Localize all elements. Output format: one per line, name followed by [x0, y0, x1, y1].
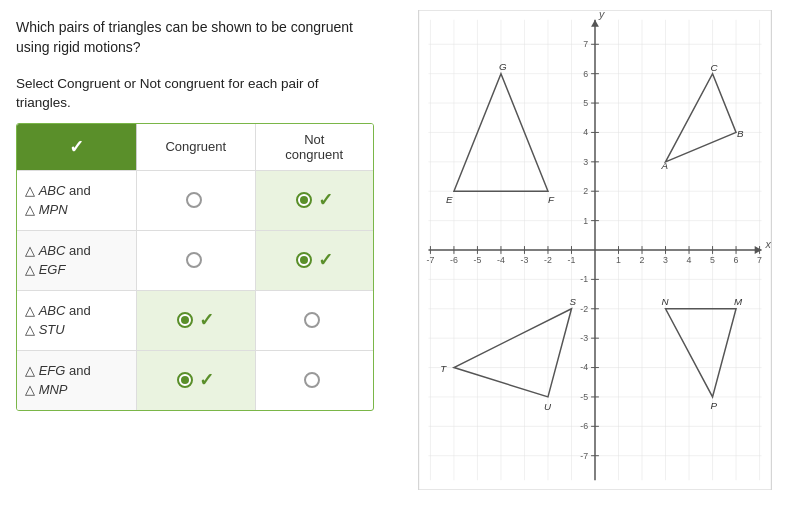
svg-text:4: 4 [687, 255, 692, 265]
svg-text:-6: -6 [580, 421, 588, 431]
check-icon: ✓ [199, 369, 214, 391]
label-B: B [737, 128, 744, 139]
svg-text:5: 5 [710, 255, 715, 265]
svg-text:3: 3 [663, 255, 668, 265]
header-check-cell: ✓ [17, 124, 137, 170]
radio-filled-icon [296, 192, 312, 208]
svg-text:-4: -4 [580, 362, 588, 372]
svg-text:6: 6 [734, 255, 739, 265]
label-E: E [446, 194, 453, 205]
row2-congruent-radio[interactable] [137, 231, 256, 290]
row3-congruent-radio[interactable]: ✓ [137, 291, 256, 350]
label-T: T [440, 363, 447, 374]
svg-text:-2: -2 [580, 304, 588, 314]
svg-text:2: 2 [583, 186, 588, 196]
svg-text:-2: -2 [544, 255, 552, 265]
svg-text:7: 7 [583, 39, 588, 49]
row4-label: △ EFG and △ MNP [17, 351, 137, 410]
row4-not-congruent-radio[interactable] [256, 351, 374, 410]
radio-empty-icon [304, 372, 320, 388]
svg-text:5: 5 [583, 98, 588, 108]
label-G: G [499, 61, 507, 72]
radio-empty-icon [304, 312, 320, 328]
header-checkmark-icon: ✓ [69, 136, 84, 158]
svg-text:x: x [764, 238, 771, 250]
radio-filled-icon [296, 252, 312, 268]
svg-text:-3: -3 [580, 333, 588, 343]
check-icon: ✓ [318, 189, 333, 211]
coord-plane-svg: -1 -2 -3 -4 -5 -6 -7 1 2 3 4 5 6 7 1 2 3… [415, 10, 775, 490]
svg-text:-7: -7 [427, 255, 435, 265]
svg-text:-7: -7 [580, 451, 588, 461]
instruction-text: Select Congruent or Not congruent for ea… [16, 75, 374, 113]
left-panel: Which pairs of triangles can be shown to… [0, 0, 390, 511]
svg-text:1: 1 [583, 216, 588, 226]
col-header-congruent: Congruent [137, 124, 256, 170]
svg-text:6: 6 [583, 69, 588, 79]
svg-text:-5: -5 [580, 392, 588, 402]
svg-text:-5: -5 [474, 255, 482, 265]
label-U: U [544, 401, 552, 412]
row2-label: △ ABC and △ EGF [17, 231, 137, 290]
row3-label: △ ABC and △ STU [17, 291, 137, 350]
radio-filled-icon [177, 372, 193, 388]
svg-text:4: 4 [583, 127, 588, 137]
table-row: △ ABC and △ STU ✓ [17, 290, 373, 350]
label-M: M [734, 296, 743, 307]
table-row: △ EFG and △ MNP ✓ [17, 350, 373, 410]
label-A: A [661, 160, 669, 171]
radio-filled-icon [177, 312, 193, 328]
row4-congruent-radio[interactable]: ✓ [137, 351, 256, 410]
label-N: N [662, 296, 670, 307]
check-icon: ✓ [199, 309, 214, 331]
table-header: ✓ Congruent Notcongruent [17, 124, 373, 170]
row3-not-congruent-radio[interactable] [256, 291, 374, 350]
row2-not-congruent-radio[interactable]: ✓ [256, 231, 374, 290]
row1-label: △ ABC and △ MPN [17, 171, 137, 230]
table-row: △ ABC and △ EGF ✓ [17, 230, 373, 290]
svg-text:2: 2 [640, 255, 645, 265]
svg-text:-1: -1 [568, 255, 576, 265]
label-F: F [548, 194, 555, 205]
coordinate-plane: -1 -2 -3 -4 -5 -6 -7 1 2 3 4 5 6 7 1 2 3… [415, 10, 775, 490]
label-S: S [570, 296, 577, 307]
svg-text:-3: -3 [521, 255, 529, 265]
svg-text:-1: -1 [580, 274, 588, 284]
svg-text:y: y [598, 10, 605, 20]
right-panel: -1 -2 -3 -4 -5 -6 -7 1 2 3 4 5 6 7 1 2 3… [390, 0, 800, 511]
label-C: C [711, 62, 719, 73]
svg-text:3: 3 [583, 157, 588, 167]
answer-table: ✓ Congruent Notcongruent △ ABC and △ MPN… [16, 123, 374, 411]
row1-not-congruent-radio[interactable]: ✓ [256, 171, 374, 230]
svg-text:1: 1 [616, 255, 621, 265]
svg-text:7: 7 [757, 255, 762, 265]
radio-empty-icon [186, 192, 202, 208]
row1-congruent-radio[interactable] [137, 171, 256, 230]
question-text: Which pairs of triangles can be shown to… [16, 18, 374, 57]
label-P: P [711, 400, 718, 411]
svg-text:-4: -4 [497, 255, 505, 265]
radio-empty-icon [186, 252, 202, 268]
table-row: △ ABC and △ MPN ✓ [17, 170, 373, 230]
check-icon: ✓ [318, 249, 333, 271]
col-header-not-congruent: Notcongruent [256, 124, 374, 170]
svg-text:-6: -6 [450, 255, 458, 265]
